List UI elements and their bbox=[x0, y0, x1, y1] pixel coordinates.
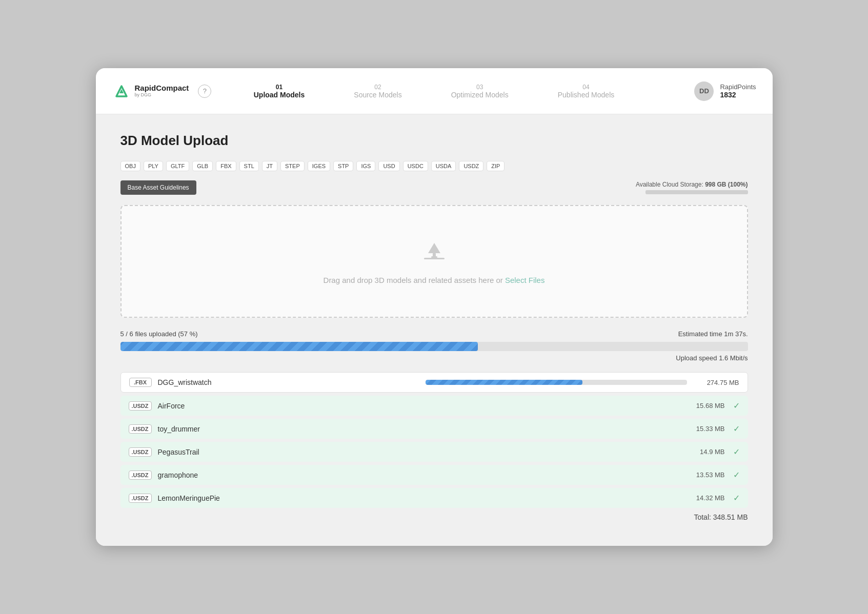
file-check-icon: ✓ bbox=[733, 470, 740, 480]
step3-num: 03 bbox=[476, 84, 483, 91]
file-name: DGG_wristwatch bbox=[158, 378, 419, 386]
format-tag-glb: GLB bbox=[192, 161, 213, 171]
format-tag-usdc: USDC bbox=[403, 161, 428, 171]
file-ext: .USDZ bbox=[129, 494, 152, 503]
file-ext: .USDZ bbox=[129, 447, 152, 457]
guidelines-button[interactable]: Base Asset Guidelines bbox=[120, 180, 196, 195]
step1-num: 01 bbox=[276, 84, 282, 91]
progress-speed-text: Upload speed 1.6 Mbit/s bbox=[676, 354, 748, 362]
format-tag-stp: STP bbox=[333, 161, 353, 171]
file-name: LemonMeringuePie bbox=[158, 494, 673, 502]
file-row: .USDZgramophone13.53 MB✓ bbox=[120, 465, 748, 485]
nav-step-source[interactable]: 02 Source Models bbox=[329, 84, 426, 99]
file-name: toy_drummer bbox=[158, 425, 673, 433]
avatar: DD bbox=[694, 81, 714, 101]
select-files-link[interactable]: Select Files bbox=[505, 276, 545, 284]
file-check-icon: ✓ bbox=[733, 447, 740, 457]
file-list: .FBXDGG_wristwatch274.75 MB.USDZAirForce… bbox=[120, 372, 748, 508]
progress-bar-fill bbox=[120, 342, 478, 351]
file-check-icon: ✓ bbox=[733, 424, 740, 434]
file-row: .USDZLemonMeringuePie14.32 MB✓ bbox=[120, 488, 748, 508]
file-size: 274.75 MB bbox=[693, 379, 739, 386]
format-tag-ply: PLY bbox=[144, 161, 163, 171]
rapid-points-label: RapidPoints bbox=[720, 83, 756, 91]
format-tag-iges: IGES bbox=[308, 161, 330, 171]
file-name: AirForce bbox=[158, 402, 673, 410]
storage-bar bbox=[645, 190, 748, 194]
format-tag-igs: IGS bbox=[356, 161, 375, 171]
file-ext: .USDZ bbox=[129, 401, 152, 411]
dropzone-text: Drag and drop 3D models and related asse… bbox=[324, 276, 545, 284]
header: RapidCompact by DGG ? 01 Upload Models 0… bbox=[96, 68, 773, 114]
progress-files-text: 5 / 6 files uploaded (57 %) bbox=[120, 330, 198, 338]
file-check-icon: ✓ bbox=[733, 493, 740, 503]
format-tags: OBJPLYGLTFGLBFBXSTLJTSTEPIGESSTPIGSUSDUS… bbox=[120, 161, 748, 171]
format-tag-jt: JT bbox=[262, 161, 277, 171]
progress-bar bbox=[120, 342, 748, 351]
file-name: PegasusTrail bbox=[158, 448, 673, 456]
format-tag-zip: ZIP bbox=[487, 161, 504, 171]
progress-info-row: 5 / 6 files uploaded (57 %) Estimated ti… bbox=[120, 330, 748, 338]
file-size: 14.32 MB bbox=[679, 494, 725, 502]
file-check-icon: ✓ bbox=[733, 401, 740, 411]
progress-speed-row: Upload speed 1.6 Mbit/s bbox=[120, 354, 748, 362]
user-area: DD RapidPoints 1832 bbox=[654, 81, 756, 101]
nav-step-published[interactable]: 04 Published Models bbox=[533, 84, 639, 99]
format-tag-step: STEP bbox=[280, 161, 305, 171]
step1-label: Upload Models bbox=[254, 91, 305, 99]
help-button[interactable]: ? bbox=[198, 85, 211, 98]
file-row: .FBXDGG_wristwatch274.75 MB bbox=[120, 372, 748, 393]
file-row: .USDZtoy_drummer15.33 MB✓ bbox=[120, 419, 748, 439]
format-tag-usda: USDA bbox=[431, 161, 456, 171]
storage-area: Available Cloud Storage: 998 GB (100%) bbox=[636, 181, 748, 194]
storage-value: 998 GB (100%) bbox=[705, 181, 748, 188]
format-tag-obj: OBJ bbox=[120, 161, 140, 171]
dropzone-label: Drag and drop 3D models and related asse… bbox=[324, 276, 505, 284]
total-row: Total: 348.51 MB bbox=[120, 513, 748, 521]
storage-bar-fill bbox=[645, 190, 748, 194]
dropzone[interactable]: Drag and drop 3D models and related asse… bbox=[120, 205, 748, 318]
storage-text: Available Cloud Storage: 998 GB (100%) bbox=[636, 181, 748, 188]
progress-section: 5 / 6 files uploaded (57 %) Estimated ti… bbox=[120, 330, 748, 362]
nav-steps: 01 Upload Models 02 Source Models 03 Opt… bbox=[215, 84, 654, 99]
file-ext: .USDZ bbox=[129, 424, 152, 434]
storage-label: Available Cloud Storage: bbox=[636, 181, 703, 188]
file-row: .USDZAirForce15.68 MB✓ bbox=[120, 396, 748, 416]
progress-time-text: Estimated time 1m 37s. bbox=[678, 330, 748, 338]
file-row: .USDZPegasusTrail14.9 MB✓ bbox=[120, 442, 748, 462]
nav-step-optimized[interactable]: 03 Optimized Models bbox=[427, 84, 533, 99]
logo-area: RapidCompact by DGG ? bbox=[112, 82, 215, 100]
page-title: 3D Model Upload bbox=[120, 133, 748, 149]
svg-marker-4 bbox=[428, 243, 440, 253]
step4-label: Published Models bbox=[558, 91, 615, 99]
guidelines-row: Base Asset Guidelines Available Cloud St… bbox=[120, 180, 748, 195]
format-tag-fbx: FBX bbox=[216, 161, 236, 171]
file-size: 15.68 MB bbox=[679, 402, 725, 410]
file-progress-fill bbox=[426, 380, 582, 385]
file-size: 15.33 MB bbox=[679, 425, 725, 433]
step3-label: Optimized Models bbox=[451, 91, 509, 99]
step2-num: 02 bbox=[374, 84, 381, 91]
rapid-points-value: 1832 bbox=[720, 91, 756, 99]
total-value: Total: 348.51 MB bbox=[694, 513, 748, 521]
file-size: 13.53 MB bbox=[679, 471, 725, 479]
format-tag-usdz: USDZ bbox=[459, 161, 483, 171]
main-content: 3D Model Upload OBJPLYGLTFGLBFBXSTLJTSTE… bbox=[96, 114, 773, 546]
format-tag-usd: USD bbox=[378, 161, 399, 171]
svg-rect-5 bbox=[433, 253, 436, 258]
step4-num: 04 bbox=[582, 84, 589, 91]
file-ext: .USDZ bbox=[129, 470, 152, 480]
nav-step-upload[interactable]: 01 Upload Models bbox=[229, 84, 330, 99]
logo-sub: by DGG bbox=[135, 93, 189, 98]
format-tag-stl: STL bbox=[239, 161, 259, 171]
file-progress-bar bbox=[426, 380, 687, 385]
file-ext: .FBX bbox=[129, 378, 152, 387]
logo-name: RapidCompact bbox=[135, 84, 189, 93]
step2-label: Source Models bbox=[354, 91, 401, 99]
file-name: gramophone bbox=[158, 471, 673, 479]
file-size: 14.9 MB bbox=[679, 448, 725, 456]
format-tag-gltf: GLTF bbox=[166, 161, 189, 171]
upload-icon bbox=[421, 239, 448, 268]
logo-icon bbox=[112, 82, 131, 100]
